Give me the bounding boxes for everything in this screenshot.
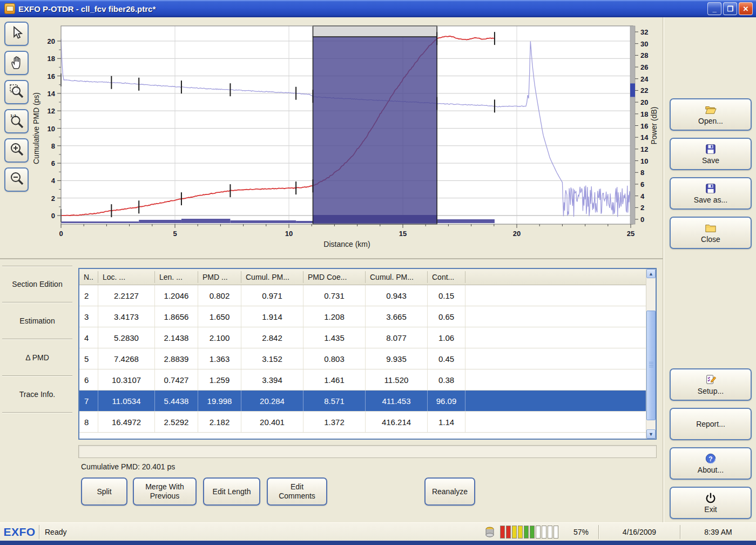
setup-icon bbox=[705, 374, 717, 386]
table-cell: 5.2830 bbox=[98, 327, 155, 348]
zoom-in-icon bbox=[9, 142, 25, 160]
selection-region-handle[interactable] bbox=[313, 26, 437, 37]
zoom-1to1-tool-button[interactable]: 1:1 bbox=[4, 109, 29, 133]
left-axis-tick-label: 0 bbox=[51, 212, 55, 220]
table-row[interactable]: 57.42682.88391.3633.1520.8039.9350.45 bbox=[79, 348, 656, 369]
sidebar-tabs: Section EditionEstimationΔ PMDTrace Info… bbox=[2, 266, 72, 413]
table-cell: 8 bbox=[79, 412, 98, 432]
table-cell: 0.731 bbox=[303, 285, 366, 306]
battery-segment-red bbox=[506, 526, 511, 539]
report-button[interactable]: Report... bbox=[670, 408, 752, 440]
battery-segment-empty bbox=[536, 526, 541, 539]
table-cell: 3.4173 bbox=[98, 306, 155, 327]
section-bar[interactable] bbox=[181, 219, 230, 223]
left-axis-tick-label: 16 bbox=[48, 72, 55, 80]
reanalyze-button[interactable]: Reanalyze bbox=[424, 477, 475, 506]
minimize-button[interactable]: _ bbox=[707, 2, 721, 15]
edit-length-button[interactable]: Edit Length bbox=[203, 477, 260, 506]
zoom-out-tool-button[interactable] bbox=[4, 167, 29, 192]
table-cell: 2.8839 bbox=[155, 348, 198, 369]
section-bar[interactable] bbox=[61, 221, 139, 223]
tab-estimation[interactable]: Estimation bbox=[2, 302, 72, 339]
button-label: Report... bbox=[696, 420, 725, 428]
right-axis-tick-label: 22 bbox=[640, 86, 648, 95]
section-edit-buttons: SplitMerge With PreviousEdit LengthEdit … bbox=[81, 477, 475, 506]
setup-button[interactable]: Setup... bbox=[670, 368, 752, 401]
table-cell: 1.372 bbox=[303, 412, 366, 432]
button-label: About... bbox=[698, 466, 724, 474]
left-axis-tick-label: 12 bbox=[48, 107, 55, 115]
table-cell: 16.4972 bbox=[98, 412, 155, 432]
column-header[interactable]: Cumul. PM... bbox=[241, 271, 303, 283]
tab-pmd[interactable]: Δ PMD bbox=[2, 339, 72, 376]
table-row[interactable]: 610.31070.74271.2593.3941.46111.5200.38 bbox=[79, 369, 656, 391]
column-header[interactable]: Cont... bbox=[428, 271, 465, 283]
about-button[interactable]: ?About... bbox=[670, 447, 752, 480]
left-axis-tick-label: 18 bbox=[48, 55, 55, 63]
split-button[interactable]: Split bbox=[81, 477, 127, 506]
right-axis-tick-label: 24 bbox=[640, 75, 649, 83]
column-header[interactable]: N.. bbox=[79, 271, 98, 283]
zoom-region-tool-button[interactable] bbox=[4, 80, 29, 104]
power-offset-thumb[interactable] bbox=[630, 83, 635, 97]
table-cell bbox=[465, 306, 656, 327]
selection-region[interactable] bbox=[313, 37, 437, 224]
scrollbar-thumb[interactable] bbox=[646, 311, 656, 420]
battery-segment-yellow bbox=[512, 526, 517, 539]
section-bar[interactable] bbox=[437, 219, 495, 223]
tab-section-edition[interactable]: Section Edition bbox=[2, 266, 72, 302]
about-icon: ? bbox=[705, 453, 717, 465]
tab-trace-info[interactable]: Trace Info. bbox=[2, 376, 72, 413]
table-body: 22.21271.20460.8020.9710.7310.9430.1533.… bbox=[79, 285, 656, 433]
table-row[interactable]: 45.28302.14382.1002.8421.4358.0771.06 bbox=[79, 327, 656, 348]
table-cell: 4 bbox=[79, 327, 98, 348]
table-cell: 0.65 bbox=[428, 306, 465, 327]
table-cell: 20.284 bbox=[241, 391, 303, 411]
column-header[interactable] bbox=[465, 271, 656, 283]
select-tool-button[interactable] bbox=[4, 22, 29, 46]
merge-with-previous-button[interactable]: Merge With Previous bbox=[133, 477, 197, 506]
table-cell: 411.453 bbox=[366, 391, 428, 411]
table-cell bbox=[465, 412, 656, 432]
table-row[interactable]: 711.05345.443819.99820.2848.571411.45396… bbox=[79, 391, 656, 412]
table-cell: 0.38 bbox=[428, 369, 465, 390]
column-header[interactable]: PMD Coe... bbox=[303, 271, 366, 283]
battery-icon bbox=[484, 526, 496, 539]
save-button[interactable]: Save bbox=[670, 138, 752, 170]
close-button[interactable]: ✕ bbox=[739, 2, 753, 15]
restore-button[interactable]: ❐ bbox=[723, 2, 737, 15]
table-row[interactable]: 22.21271.20460.8020.9710.7310.9430.15 bbox=[79, 285, 656, 306]
save-as-button[interactable]: Save as... bbox=[670, 177, 752, 210]
window-bottom-edge bbox=[0, 541, 756, 545]
table-cell: 7 bbox=[79, 391, 98, 411]
right-axis-tick-label: 6 bbox=[640, 180, 644, 189]
section-bar[interactable] bbox=[296, 221, 313, 223]
table-cell: 3.152 bbox=[241, 348, 303, 369]
table-cell: 8.571 bbox=[303, 391, 366, 411]
column-header[interactable]: Loc. ... bbox=[98, 271, 155, 283]
close-button[interactable]: Close bbox=[670, 217, 752, 249]
battery-gauge bbox=[500, 526, 558, 539]
zoom-in-tool-button[interactable] bbox=[4, 138, 29, 163]
column-header[interactable]: Cumul. PM... bbox=[366, 271, 428, 283]
table-row[interactable]: 33.41731.86561.6501.9141.2083.6650.65 bbox=[79, 306, 656, 327]
table-cell: 2.5292 bbox=[155, 412, 198, 432]
table-scrollbar[interactable]: ▲ ▼ bbox=[646, 269, 656, 439]
x-axis-tick-label: 15 bbox=[399, 230, 407, 238]
exit-button[interactable]: Exit bbox=[670, 487, 752, 519]
edit-comments-button[interactable]: Edit Comments bbox=[267, 477, 327, 506]
section-bar[interactable] bbox=[230, 220, 296, 223]
scroll-up-arrow-icon[interactable]: ▲ bbox=[646, 269, 656, 278]
open-button[interactable]: Open... bbox=[670, 98, 752, 131]
table-header-row: N..Loc. ...Len. ...PMD ...Cumul. PM...PM… bbox=[79, 269, 656, 285]
column-header[interactable]: PMD ... bbox=[198, 271, 241, 283]
scroll-down-arrow-icon[interactable]: ▼ bbox=[646, 429, 656, 439]
status-text: Ready bbox=[39, 528, 484, 536]
pan-tool-button[interactable] bbox=[4, 51, 29, 75]
section-bar[interactable] bbox=[139, 220, 181, 223]
x-axis-title: Distance (km) bbox=[323, 240, 370, 248]
table-cell: 9.935 bbox=[366, 348, 428, 369]
table-row[interactable]: 816.49722.52922.18220.4011.372416.2141.1… bbox=[79, 412, 656, 433]
table-cell: 2.2127 bbox=[98, 285, 155, 306]
column-header[interactable]: Len. ... bbox=[155, 271, 198, 283]
